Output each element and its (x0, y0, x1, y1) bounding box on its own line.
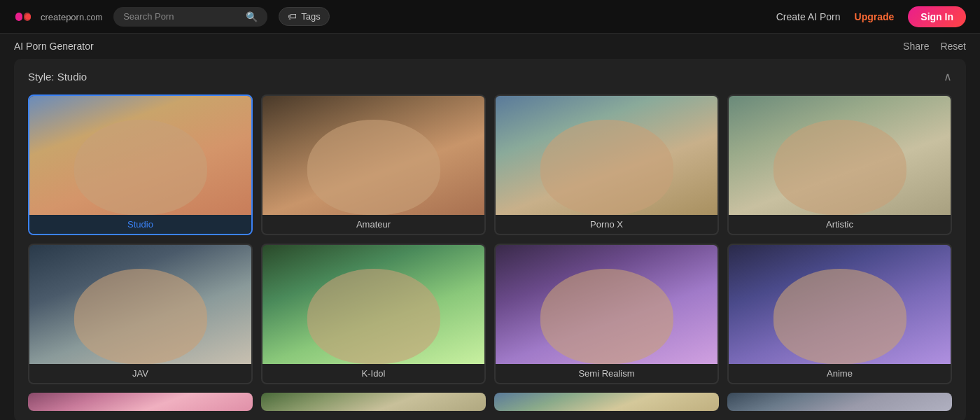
style-item-studio[interactable]: Studio (28, 94, 253, 235)
tag-icon: 🏷 (288, 11, 297, 22)
tags-button[interactable]: 🏷 Tags (279, 7, 329, 26)
page-title: AI Porn Generator (14, 41, 94, 52)
style-item-jav[interactable]: JAV (28, 244, 253, 384)
style-item-r3-3[interactable] (494, 393, 719, 411)
style-item-amateur[interactable]: Amateur (261, 94, 486, 235)
style-item-r3-2[interactable] (261, 393, 486, 411)
reset-button[interactable]: Reset (940, 41, 966, 52)
style-item-image-kidol (262, 245, 484, 364)
header: createporn.com 🔍 🏷 Tags Create AI Porn U… (0, 0, 980, 34)
style-item-image-artistic (729, 96, 951, 215)
style-item-r3-4[interactable] (727, 393, 952, 411)
upgrade-link[interactable]: Upgrade (855, 11, 895, 22)
style-item-label-amateur: Amateur (262, 215, 484, 234)
sign-in-button[interactable]: Sign In (908, 6, 966, 27)
sub-header: AI Porn Generator Share Reset (0, 34, 980, 59)
sub-header-actions: Share Reset (903, 41, 966, 52)
search-input[interactable] (123, 11, 240, 22)
logo-text: createporn.com (41, 10, 102, 22)
style-label: Style: Studio (28, 71, 87, 83)
svg-point-3 (25, 14, 31, 20)
style-item-r3-1[interactable] (28, 393, 253, 411)
style-item-image-jav (29, 245, 251, 364)
create-ai-porn-link[interactable]: Create AI Porn (776, 11, 841, 22)
search-bar[interactable]: 🔍 (113, 7, 267, 27)
style-item-semirealism[interactable]: Semi Realism (494, 244, 719, 384)
search-icon: 🔍 (246, 11, 258, 22)
style-item-label-jav: JAV (29, 364, 251, 383)
style-item-kidol[interactable]: K-Idol (261, 244, 486, 384)
style-item-label-anime: Anime (729, 364, 951, 383)
style-item-artistic[interactable]: Artistic (727, 94, 952, 235)
style-item-image-anime (729, 245, 951, 364)
style-item-label-semirealism: Semi Realism (496, 364, 718, 383)
style-item-image-amateur (262, 96, 484, 215)
share-button[interactable]: Share (903, 41, 929, 52)
partial-row (28, 393, 952, 411)
logo[interactable]: createporn.com (14, 10, 102, 24)
style-item-anime[interactable]: Anime (727, 244, 952, 384)
chevron-up-icon[interactable]: ∧ (944, 70, 952, 83)
style-item-label-kidol: K-Idol (262, 364, 484, 383)
style-item-label-studio: Studio (29, 215, 251, 234)
style-item-label-artistic: Artistic (729, 215, 951, 234)
style-header: Style: Studio ∧ (28, 70, 952, 83)
header-nav: Create AI Porn Upgrade Sign In (776, 6, 966, 27)
style-item-image-studio (29, 96, 251, 215)
main-content: Style: Studio ∧ Studio Amateur Porno X A… (0, 59, 980, 420)
style-grid: Studio Amateur Porno X Artistic JAV K-Id… (28, 94, 952, 384)
logo-icon (14, 10, 36, 24)
svg-point-2 (17, 14, 22, 20)
style-item-image-semirealism (496, 245, 718, 364)
style-item-pornox[interactable]: Porno X (494, 94, 719, 235)
style-item-label-pornox: Porno X (496, 215, 718, 234)
style-section: Style: Studio ∧ Studio Amateur Porno X A… (14, 59, 966, 420)
style-item-image-pornox (496, 96, 718, 215)
